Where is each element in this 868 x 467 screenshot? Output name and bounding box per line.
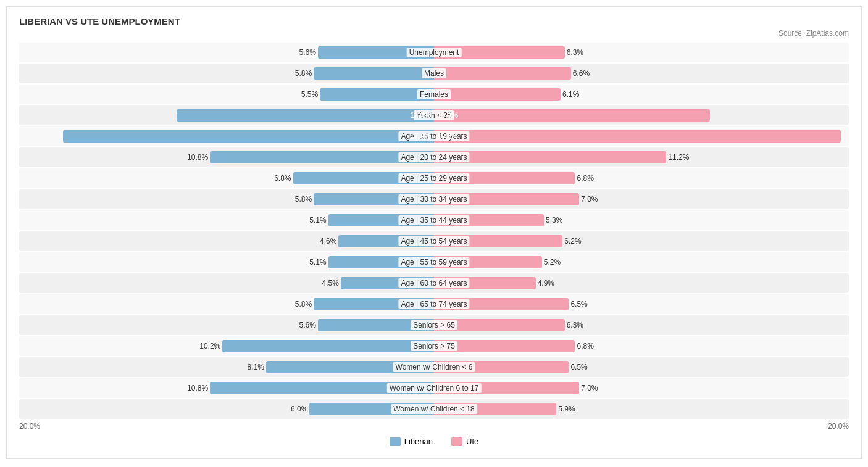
- legend-ute-box: [451, 437, 462, 446]
- row-label: Females: [417, 89, 451, 99]
- val-left: 5.6%: [299, 48, 315, 57]
- val-right: 6.3%: [567, 321, 583, 329]
- chart-row: Age | 65 to 74 years5.8%6.5%: [19, 294, 849, 314]
- chart-row: Females5.5%6.1%: [19, 85, 849, 104]
- chart-row: Youth < 2512.4%13.3%: [19, 105, 849, 125]
- axis-left: 20.0%: [19, 422, 40, 431]
- val-right: 6.6%: [573, 69, 590, 78]
- axis-right: 20.0%: [828, 422, 849, 431]
- chart-row: Women w/ Children < 186.0%5.9%: [19, 399, 849, 419]
- val-left: 6.8%: [274, 174, 291, 183]
- val-left: 5.8%: [295, 195, 312, 204]
- bar-left: [222, 340, 434, 352]
- legend-liberian: Liberian: [390, 437, 433, 446]
- chart-row: Women w/ Children < 68.1%6.5%: [19, 357, 849, 377]
- val-right: 5.3%: [546, 216, 562, 225]
- val-left: 10.2%: [199, 342, 220, 350]
- row-label: Age | 20 to 24 years: [398, 152, 469, 162]
- val-right: 5.2%: [544, 258, 561, 267]
- val-right: 6.8%: [577, 342, 593, 350]
- val-right: 19.6%: [437, 132, 458, 141]
- bar-left: [177, 109, 434, 122]
- val-right: 6.2%: [564, 237, 581, 246]
- val-left: 17.9%: [410, 132, 431, 141]
- chart-row: Males5.8%6.6%: [19, 64, 849, 83]
- bar-right: [434, 88, 561, 101]
- val-left: 5.5%: [301, 90, 318, 99]
- bar-left: [63, 130, 434, 143]
- val-left: 10.8%: [187, 153, 208, 162]
- val-right: 13.3%: [437, 111, 458, 120]
- chart-row: Age | 20 to 24 years10.8%11.2%: [19, 147, 849, 167]
- source-label: Source: ZipAtlas.com: [19, 29, 849, 38]
- bar-right: [434, 67, 571, 80]
- chart-row: Age | 30 to 34 years5.8%7.0%: [19, 189, 849, 209]
- chart-row: Age | 25 to 29 years6.8%6.8%: [19, 168, 849, 188]
- chart-row: Seniors > 655.6%6.3%: [19, 315, 849, 335]
- row-label: Age | 60 to 64 years: [398, 278, 469, 288]
- val-right: 6.3%: [567, 48, 583, 57]
- row-label: Age | 25 to 29 years: [398, 173, 469, 183]
- row-label: Age | 65 to 74 years: [398, 299, 469, 309]
- val-left: 4.5%: [322, 279, 338, 287]
- val-left: 5.1%: [309, 216, 326, 225]
- chart-title: LIBERIAN VS UTE UNEMPLOYMENT: [19, 16, 849, 27]
- row-label: Age | 30 to 34 years: [398, 194, 469, 204]
- val-left: 8.1%: [247, 363, 264, 371]
- val-right: 5.9%: [558, 405, 575, 413]
- val-left: 5.8%: [295, 300, 312, 308]
- legend-ute-label: Ute: [466, 437, 478, 446]
- row-label: Age | 35 to 44 years: [398, 215, 469, 225]
- chart-row: Unemployment5.6%6.3%: [19, 43, 849, 62]
- row-label: Women w/ Children 6 to 17: [387, 383, 482, 393]
- val-left: 10.8%: [187, 384, 208, 392]
- bar-right: [434, 130, 841, 143]
- row-label: Males: [422, 68, 446, 78]
- chart-row: Women w/ Children 6 to 1710.8%7.0%: [19, 378, 849, 398]
- val-right: 7.0%: [581, 384, 598, 392]
- legend-ute: Ute: [451, 437, 478, 446]
- row-label: Unemployment: [407, 48, 462, 57]
- val-right: 6.5%: [570, 300, 587, 308]
- legend-liberian-box: [390, 437, 401, 446]
- bar-right: [434, 109, 710, 122]
- axis-labels: 20.0% 20.0%: [19, 422, 849, 431]
- row-label: Women w/ Children < 6: [393, 362, 475, 372]
- val-left: 5.1%: [309, 258, 326, 267]
- val-right: 7.0%: [581, 195, 598, 204]
- legend-liberian-label: Liberian: [404, 437, 433, 446]
- bar-left: [314, 67, 434, 80]
- val-right: 11.2%: [668, 153, 689, 162]
- chart-row: Age | 55 to 59 years5.1%5.2%: [19, 252, 849, 272]
- row-label: Age | 16 to 19 years: [398, 131, 469, 141]
- val-left: 6.0%: [291, 405, 307, 413]
- row-label: Women w/ Children < 18: [391, 404, 477, 414]
- row-label: Seniors > 65: [411, 320, 457, 330]
- val-left: 5.6%: [299, 321, 315, 329]
- chart-row: Age | 60 to 64 years4.5%4.9%: [19, 273, 849, 293]
- legend: Liberian Ute: [19, 437, 849, 446]
- row-label: Age | 55 to 59 years: [398, 257, 469, 267]
- chart-row: Age | 45 to 54 years4.6%6.2%: [19, 231, 849, 251]
- val-left: 12.4%: [410, 111, 431, 120]
- val-right: 4.9%: [538, 279, 554, 287]
- val-right: 6.8%: [577, 174, 593, 183]
- row-label: Age | 45 to 54 years: [398, 236, 469, 246]
- val-left: 5.8%: [295, 69, 312, 78]
- chart-row: Age | 16 to 19 years17.9%19.6%: [19, 126, 849, 146]
- row-label: Seniors > 75: [411, 341, 457, 351]
- val-right: 6.1%: [562, 90, 579, 99]
- chart-area: Unemployment5.6%6.3%Males5.8%6.6%Females…: [19, 43, 849, 419]
- chart-row: Age | 35 to 44 years5.1%5.3%: [19, 210, 849, 230]
- chart-row: Seniors > 7510.2%6.8%: [19, 336, 849, 356]
- val-right: 6.5%: [570, 363, 587, 371]
- val-left: 4.6%: [320, 237, 336, 246]
- chart-container: LIBERIAN VS UTE UNEMPLOYMENT Source: Zip…: [6, 6, 862, 459]
